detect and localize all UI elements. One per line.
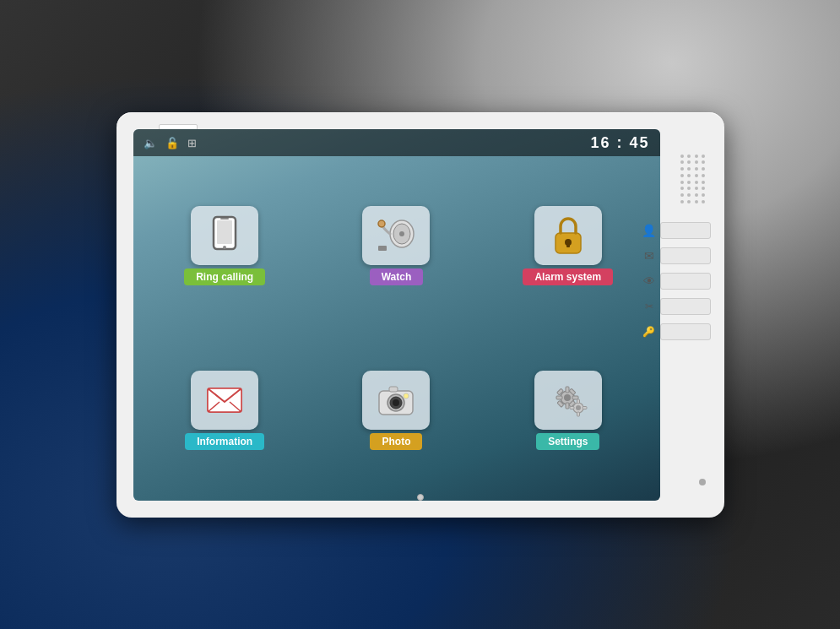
settings-icon-box	[534, 371, 602, 430]
status-bar: 🔈 🔓 ⊞ 16 : 45	[133, 129, 660, 156]
svg-rect-25	[566, 403, 569, 409]
svg-rect-26	[556, 396, 562, 399]
key-icon: 🔑	[642, 326, 657, 338]
svg-point-2	[223, 246, 226, 249]
svg-point-6	[399, 231, 404, 236]
ring-calling-label: Ring calling	[184, 268, 265, 285]
photo-icon-box	[362, 371, 430, 430]
speaker	[680, 155, 707, 205]
bottom-mic	[417, 494, 424, 501]
side-btn-person[interactable]	[660, 222, 711, 239]
svg-rect-35	[577, 412, 579, 416]
side-buttons: 👤 ✉ 👁 ✂ 🔑	[642, 222, 711, 340]
menu-item-information[interactable]: Information	[145, 371, 305, 450]
svg-rect-24	[566, 387, 569, 393]
side-btn-cut[interactable]	[660, 298, 711, 315]
menu-item-watch[interactable]: Watch	[317, 206, 476, 285]
svg-rect-27	[572, 396, 578, 399]
svg-rect-34	[577, 399, 579, 404]
ring-calling-icon-box	[191, 206, 258, 265]
person-icon: 👤	[642, 224, 657, 237]
svg-rect-8	[378, 246, 387, 251]
information-label: Information	[185, 433, 264, 450]
side-btn-row-person: 👤	[642, 222, 711, 239]
cut-icon: ✂	[642, 301, 657, 312]
watch-icon-box	[362, 206, 430, 265]
side-btn-row-eye: 👁	[642, 273, 711, 290]
side-btn-row-key: 🔑	[642, 323, 711, 340]
svg-point-21	[404, 393, 409, 399]
mail-icon: ✉	[642, 249, 657, 263]
svg-rect-1	[217, 220, 232, 244]
alarm-system-icon-box	[534, 206, 602, 265]
eye-icon: 👁	[642, 274, 657, 288]
side-btn-mail[interactable]	[660, 247, 711, 264]
svg-point-33	[576, 405, 581, 410]
watch-label: Watch	[370, 268, 424, 285]
svg-point-19	[393, 399, 399, 406]
lock-icon: 🔓	[165, 137, 179, 149]
menu-item-alarm-system[interactable]: Alarm system	[488, 206, 648, 285]
screen: 🔈 🔓 ⊞ 16 : 45 Ring calling	[133, 129, 660, 501]
clock: 16 : 45	[590, 134, 649, 152]
menu-item-ring-calling[interactable]: Ring calling	[145, 206, 305, 285]
svg-rect-36	[570, 407, 574, 409]
photo-label: Photo	[370, 433, 422, 450]
menu-item-photo[interactable]: Photo	[317, 371, 476, 450]
menu-item-settings[interactable]: Settings	[488, 371, 648, 450]
svg-point-23	[564, 394, 571, 401]
network-icon: ⊞	[187, 137, 197, 149]
side-btn-row-cut: ✂	[642, 298, 711, 315]
right-led	[699, 479, 706, 485]
alarm-system-label: Alarm system	[523, 268, 613, 285]
volume-icon: 🔈	[144, 137, 157, 149]
status-icons: 🔈 🔓 ⊞	[144, 137, 197, 149]
device: 0813 🔈 🔓 ⊞ 16 : 45	[117, 112, 724, 518]
svg-point-7	[378, 220, 385, 227]
information-icon-box	[191, 371, 258, 430]
settings-label: Settings	[536, 433, 599, 450]
svg-rect-20	[389, 387, 398, 392]
side-panel: 👤 ✉ 👁 ✂ 🔑	[660, 129, 711, 501]
menu-grid: Ring calling Watch	[133, 156, 660, 501]
svg-rect-11	[566, 242, 570, 247]
side-btn-row-mail: ✉	[642, 247, 711, 264]
side-btn-eye[interactable]	[660, 273, 711, 290]
svg-rect-37	[583, 407, 587, 409]
side-btn-key[interactable]	[660, 323, 711, 340]
